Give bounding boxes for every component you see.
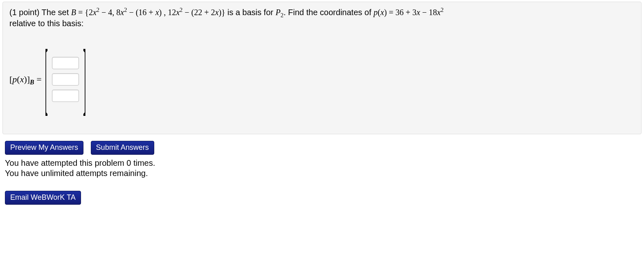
sub-2: 2 xyxy=(281,12,284,18)
coordinate-vector: [p(x)]B = [ ] xyxy=(9,36,635,122)
basis-3: 12x2 − (22 + 2x) xyxy=(168,8,221,17)
attempt-status: You have attempted this problem 0 times.… xyxy=(5,158,644,178)
var-x: x xyxy=(381,8,384,17)
math-B: B xyxy=(71,8,76,17)
paren: ( xyxy=(17,74,20,84)
coord-2-input[interactable] xyxy=(52,73,79,86)
text-fragment: = { xyxy=(76,8,89,17)
var-x: x xyxy=(417,8,420,17)
text-fragment: relative to this basis: xyxy=(9,19,83,28)
points-label: (1 point) xyxy=(9,8,42,17)
var-x: x xyxy=(155,8,159,17)
coef: 12 xyxy=(168,8,176,17)
basis-1: 2x2 − 4, xyxy=(89,8,116,17)
coef: 8 xyxy=(116,8,120,17)
p-func: p xyxy=(374,8,378,17)
paren: ) xyxy=(24,74,27,84)
coord-1-input[interactable] xyxy=(52,57,79,69)
basis-2: 8x2 − (16 + x) , xyxy=(116,8,168,17)
equals: = xyxy=(34,74,42,84)
space-P: P2 xyxy=(276,8,284,17)
email-ta-button[interactable]: Email WeBWorK TA xyxy=(5,191,81,205)
text-fragment: − (22 + 2 xyxy=(182,8,215,17)
var-x: x xyxy=(176,8,180,17)
p-func: p xyxy=(12,74,17,84)
text-fragment: − 18 xyxy=(420,8,437,17)
var-x: x xyxy=(120,8,124,17)
attempts-line-1: You have attempted this problem 0 times. xyxy=(5,158,644,168)
text-fragment: − (16 + xyxy=(127,8,155,17)
coef: 2 xyxy=(89,8,93,17)
question-text: (1 point) The set B = {2x2 − 4, 8x2 − (1… xyxy=(9,7,635,29)
button-row: Preview My Answers Submit Answers xyxy=(5,141,644,155)
bracket-close: ] xyxy=(27,74,30,84)
text-fragment: The set xyxy=(42,8,71,17)
text-fragment: is a basis for xyxy=(227,8,276,17)
problem-container: (1 point) The set B = {2x2 − 4, 8x2 − (1… xyxy=(2,2,642,134)
var-x: x xyxy=(93,8,97,17)
eq-text: = 36 + 3 xyxy=(387,8,417,17)
preview-answers-button[interactable]: Preview My Answers xyxy=(5,141,83,155)
sub-B: B xyxy=(30,79,34,86)
submit-answers-button[interactable]: Submit Answers xyxy=(91,141,154,155)
email-row: Email WeBWorK TA xyxy=(5,191,644,205)
vector-inputs xyxy=(49,57,82,102)
attempts-line-2: You have unlimited attempts remaining. xyxy=(5,168,644,178)
coord-3-input[interactable] xyxy=(52,90,79,102)
right-bracket: ] xyxy=(82,36,87,122)
exp-2: 2 xyxy=(97,7,99,13)
var-x: x xyxy=(437,8,441,17)
text-fragment: } xyxy=(221,8,227,17)
vector-label: [p(x)]B = xyxy=(9,74,44,85)
left-bracket: [ xyxy=(44,36,49,122)
text-fragment: − 4, xyxy=(99,8,116,17)
text-fragment: . Find the coordinates of xyxy=(284,8,374,17)
exp-2: 2 xyxy=(441,7,444,13)
text-fragment: P xyxy=(276,8,281,17)
paren: ( xyxy=(378,8,381,17)
text-fragment: ) , xyxy=(159,8,168,17)
var-x: x xyxy=(20,74,24,84)
